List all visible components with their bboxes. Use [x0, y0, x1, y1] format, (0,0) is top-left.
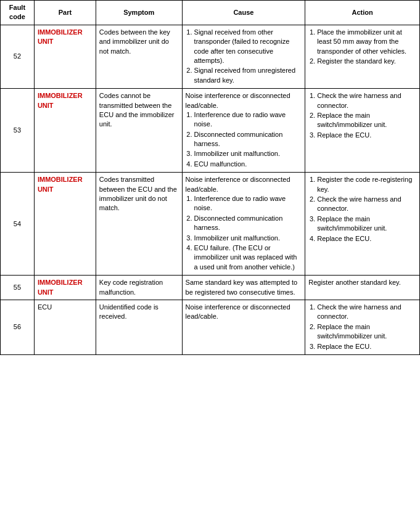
cause-item: Signal received from other transponder (…: [194, 28, 302, 66]
table-row: 56ECUUnidentified code is received.Noise…: [1, 300, 420, 354]
symptom-cell: Codes transmitted between the ECU and th…: [96, 173, 182, 276]
action-list: Register the code re-registering key.Che…: [308, 175, 416, 243]
cause-item: Immobilizer unit malfunction.: [194, 234, 302, 243]
action-item: Register the standard key.: [317, 57, 416, 66]
part-cell: IMMOBILIZER UNIT: [34, 89, 96, 173]
action-item: Replace the ECU.: [317, 342, 416, 351]
header-cause: Cause: [182, 1, 305, 25]
action-item: Place the immobilizer unit at least 50 m…: [317, 28, 416, 56]
part-cell: IMMOBILIZER UNIT: [34, 25, 96, 88]
part-name: IMMOBILIZER UNIT: [38, 28, 83, 45]
action-item: Replace the main switch/immobilizer unit…: [317, 322, 416, 341]
action-item: Replace the ECU.: [317, 234, 416, 243]
cause-item: Signal received from unregistered standa…: [194, 66, 302, 85]
action-item: Check the wire harness and connector.: [317, 91, 416, 110]
cause-list: Signal received from other transponder (…: [186, 28, 302, 85]
action-item: Replace the ECU.: [317, 131, 416, 140]
action-cell: Place the immobilizer unit at least 50 m…: [305, 25, 420, 88]
action-item: Replace the main switch/immobilizer unit…: [317, 215, 416, 234]
cause-list: Interference due to radio wave noise.Dis…: [186, 194, 302, 272]
action-cell: Check the wire harness and connector.Rep…: [305, 89, 420, 173]
action-cell: Register another standard key.: [305, 276, 420, 300]
action-cell: Check the wire harness and connector.Rep…: [305, 300, 420, 354]
table-row: 52IMMOBILIZER UNITCodes between the key …: [1, 25, 420, 88]
cause-item: ECU malfunction.: [194, 160, 302, 169]
cause-item: ECU failure. (The ECU or immobilizer uni…: [194, 243, 302, 272]
cause-cell: Same standard key was attempted to be re…: [182, 276, 305, 300]
table-row: 55IMMOBILIZER UNITKey code registration …: [1, 276, 420, 300]
action-item: Check the wire harness and connector.: [317, 303, 416, 322]
action-list: Check the wire harness and connector.Rep…: [308, 303, 416, 351]
action-list: Check the wire harness and connector.Rep…: [308, 91, 416, 140]
part-name: IMMOBILIZER UNIT: [38, 279, 83, 295]
fault-code-cell: 52: [1, 25, 35, 88]
cause-intro: Same standard key was attempted to be re…: [186, 279, 298, 295]
symptom-cell: Unidentified code is received.: [96, 300, 182, 354]
action-item: Check the wire harness and connector.: [317, 195, 416, 214]
cause-cell: Noise interference or disconnected lead/…: [182, 300, 305, 354]
fault-code-cell: 55: [1, 276, 35, 300]
action-intro: Register another standard key.: [308, 279, 401, 286]
cause-intro: Noise interference or disconnected lead/…: [186, 303, 290, 320]
cause-cell: Signal received from other transponder (…: [182, 25, 305, 88]
cause-list: Interference due to radio wave noise.Dis…: [186, 110, 302, 169]
table-row: 54IMMOBILIZER UNITCodes transmitted betw…: [1, 173, 420, 276]
cause-cell: Noise interference or disconnected lead/…: [182, 173, 305, 276]
action-list: Place the immobilizer unit at least 50 m…: [308, 28, 416, 67]
fault-code-cell: 53: [1, 89, 35, 173]
cause-intro: Noise interference or disconnected lead/…: [186, 92, 290, 108]
action-item: Replace the main switch/immobilizer unit…: [317, 111, 416, 130]
part-name: IMMOBILIZER UNIT: [38, 92, 83, 108]
action-cell: Register the code re-registering key.Che…: [305, 173, 420, 276]
header-symptom: Symptom: [96, 1, 182, 25]
symptom-cell: Codes cannot be transmitted between the …: [96, 89, 182, 173]
cause-cell: Noise interference or disconnected lead/…: [182, 89, 305, 173]
cause-intro: Noise interference or disconnected lead/…: [186, 176, 290, 192]
header-part: Part: [34, 1, 96, 25]
header-action: Action: [305, 1, 420, 25]
cause-item: Interference due to radio wave noise.: [194, 194, 302, 213]
symptom-cell: Codes between the key and immobilizer un…: [96, 25, 182, 88]
fault-code-table: Fault code Part Symptom Cause Action 52I…: [0, 0, 420, 355]
table-row: 53IMMOBILIZER UNITCodes cannot be transm…: [1, 89, 420, 173]
cause-item: Disconnected communication harness.: [194, 130, 302, 149]
cause-item: Immobilizer unit malfunction.: [194, 149, 302, 158]
part-cell: ECU: [34, 300, 96, 354]
cause-item: Interference due to radio wave noise.: [194, 110, 302, 129]
cause-item: Disconnected communication harness.: [194, 214, 302, 233]
fault-code-cell: 56: [1, 300, 35, 354]
part-cell: IMMOBILIZER UNIT: [34, 173, 96, 276]
part-cell: IMMOBILIZER UNIT: [34, 276, 96, 300]
fault-code-cell: 54: [1, 173, 35, 276]
header-fault-code: Fault code: [1, 1, 35, 25]
action-item: Register the code re-registering key.: [317, 175, 416, 194]
symptom-cell: Key code registration malfunction.: [96, 276, 182, 300]
part-name: IMMOBILIZER UNIT: [38, 176, 83, 192]
